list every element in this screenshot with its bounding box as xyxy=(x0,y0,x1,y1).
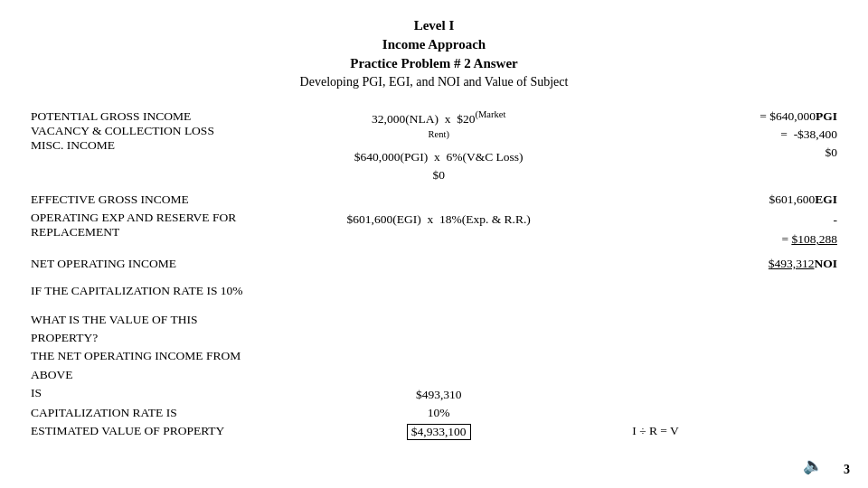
section-gap2 xyxy=(27,300,841,309)
egi-row: EFFECTIVE GROSS INCOME $601,600EGI xyxy=(27,191,841,209)
formula: I ÷ R = V xyxy=(623,422,841,442)
page: Level I Income Approach Practice Problem… xyxy=(0,0,868,488)
noi-row: NET OPERATING INCOME $493,312NOI xyxy=(27,255,841,273)
egi-label: EFFECTIVE GROSS INCOME xyxy=(27,191,254,209)
value-noi-value: $493,310 xyxy=(254,309,623,404)
header-line4: Developing PGI, EGI, and NOI and Value o… xyxy=(27,73,841,91)
noi-label: NET OPERATING INCOME xyxy=(27,255,254,273)
cap-rate-is-value: 10% xyxy=(254,404,623,422)
table-row: POTENTIAL GROSS INCOME VACANCY & COLLECT… xyxy=(27,108,841,187)
estimated-value-row: ESTIMATED VALUE OF PROPERTY $4,933,100 I… xyxy=(27,422,841,442)
opex-label: OPERATING EXP AND RESERVE FORREPLACEMENT xyxy=(27,209,254,251)
estimated-value-amount: $4,933,100 xyxy=(254,422,623,442)
header-line3: Practice Problem # 2 Answer xyxy=(27,54,841,73)
opex-calc: $601,600(EGI) x 18%(Exp. & R.R.) xyxy=(254,209,623,251)
egi-calc xyxy=(254,191,623,209)
header-line1: Level I xyxy=(27,16,841,35)
estimated-value-boxed: $4,933,100 xyxy=(407,424,471,440)
estimated-value-label: ESTIMATED VALUE OF PROPERTY xyxy=(27,422,254,442)
noi-dollar-value: $493,310 xyxy=(416,388,462,401)
pgi-calc: 32,000(NLA) x $20(MarketRent) $640,000(P… xyxy=(254,108,623,187)
noi-result: $493,312NOI xyxy=(623,255,841,273)
value-question-label: WHAT IS THE VALUE OF THIS PROPERTY? THE … xyxy=(27,309,254,404)
speaker-icon[interactable]: 🔈 xyxy=(803,455,823,475)
page-number: 3 xyxy=(844,463,850,477)
noi-calc xyxy=(254,255,623,273)
cap-rate-is-label: CAPITALIZATION RATE IS xyxy=(27,404,254,422)
section-gap1 xyxy=(27,273,841,282)
main-table: POTENTIAL GROSS INCOME VACANCY & COLLECT… xyxy=(27,108,841,442)
header-line2: Income Approach xyxy=(27,35,841,54)
value-question-row: WHAT IS THE VALUE OF THIS PROPERTY? THE … xyxy=(27,309,841,404)
opex-result: - = $108,288 xyxy=(623,209,841,251)
egi-result: $601,600EGI xyxy=(623,191,841,209)
cap-rate-is-row: CAPITALIZATION RATE IS 10% xyxy=(27,404,841,422)
cap-rate-row: IF THE CAPITALIZATION RATE IS 10% xyxy=(27,282,841,300)
opex-row: OPERATING EXP AND RESERVE FORREPLACEMENT… xyxy=(27,209,841,251)
page-header: Level I Income Approach Practice Problem… xyxy=(27,16,841,91)
pgi-label: POTENTIAL GROSS INCOME VACANCY & COLLECT… xyxy=(27,108,254,187)
pgi-result: = $640,000PGI = -$38,400 $0 xyxy=(623,108,841,187)
cap-rate-label: IF THE CAPITALIZATION RATE IS 10% xyxy=(27,282,841,300)
